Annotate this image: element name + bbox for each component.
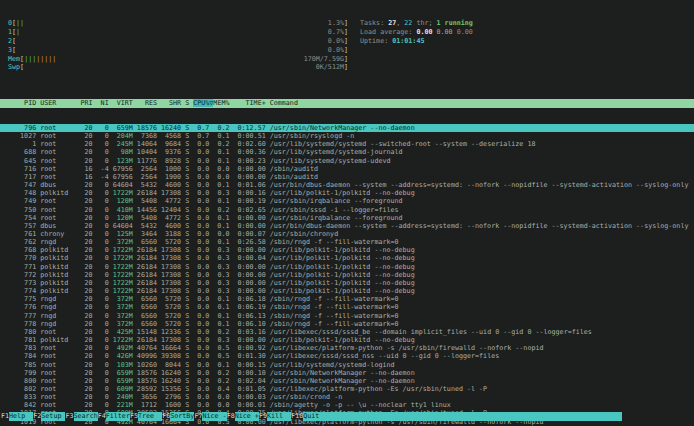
process-row-780[interactable]: 780 root 20 0 425M 15148 12336 S 0.0 0.2…	[0, 328, 694, 336]
header-meters-area: 0[||1.3%]1[|0.7%]2[0.0%]3[0.0%]Mem[|||||…	[8, 19, 694, 72]
function-label-F3[interactable]: Search	[74, 412, 98, 421]
process-row-783[interactable]: 783 root 20 0 492M 40764 16664 S 0.0 0.5…	[0, 344, 694, 352]
cpu-meter-1: 1[|0.7%]	[8, 28, 348, 37]
meter-value: 0.0%	[328, 46, 344, 55]
sort-column-cpu[interactable]: CPU%▽	[193, 99, 213, 107]
meter-label: Swp	[8, 63, 20, 72]
process-row-781[interactable]: 781 polkitd 20 0 1722M 26184 17308 S 0.0…	[0, 336, 694, 344]
htop-terminal: 0[||1.3%]1[|0.7%]2[0.0%]3[0.0%]Mem[|||||…	[0, 0, 694, 426]
process-row-762[interactable]: 762 rngd 20 0 372M 6560 5720 S 0.0 0.1 0…	[0, 238, 694, 246]
meter-value: 0.0%	[328, 37, 344, 46]
cpu-meter-3: 3[0.0%]	[8, 46, 348, 55]
meter-value: 0.7%	[328, 28, 344, 37]
process-row-717[interactable]: 717 root 16 -4 67956 2564 1900 S 0.0 0.0…	[0, 173, 694, 181]
process-row-716[interactable]: 716 root 16 -4 67956 2564 1000 S 0.0 0.0…	[0, 165, 694, 173]
process-row-785[interactable]: 785 root 20 0 103M 10260 8044 S 0.0 0.1 …	[0, 361, 694, 369]
system-stats: Tasks: 27, 22 thr; 1 runningLoad average…	[360, 19, 473, 72]
function-key-F9[interactable]: F9	[259, 412, 267, 421]
process-row-749[interactable]: 749 root 20 0 120M 5408 4772 S 0.0 0.1 0…	[0, 197, 694, 205]
function-label-F1[interactable]: Help	[9, 412, 33, 421]
function-label-F8[interactable]: Nice +	[235, 412, 259, 421]
function-key-F3[interactable]: F3	[65, 412, 73, 421]
process-row-775[interactable]: 775 rngd 20 0 372M 6560 5720 S 0.0 0.1 0…	[0, 295, 694, 303]
uptime-line: Uptime: 01:01:45	[360, 37, 473, 46]
cpu-meter-2: 2[0.0%]	[8, 37, 348, 46]
process-row-796[interactable]: 796 root 20 0 659M 18576 16240 S 0.7 0.2…	[0, 124, 694, 132]
function-bar-fill	[327, 412, 622, 421]
meter-bars: |	[16, 28, 328, 37]
function-key-F4[interactable]: F4	[98, 412, 106, 421]
function-key-F7[interactable]: F7	[194, 412, 202, 421]
function-key-F10[interactable]: F10	[291, 412, 303, 421]
process-row-774[interactable]: 774 polkitd 20 0 1722M 26184 17308 S 0.0…	[0, 287, 694, 295]
meter-value: 0K/512M	[316, 63, 344, 72]
header-cols-right[interactable]: MEM% TIME+ Command	[213, 99, 298, 107]
process-row-761[interactable]: 761 chrony 20 0 125M 3464 3188 S 0.0 0.0…	[0, 230, 694, 238]
meter-bars	[24, 63, 316, 72]
process-row-771[interactable]: 771 polkitd 20 0 1722M 26184 17308 S 0.0…	[0, 263, 694, 271]
process-row-645[interactable]: 645 root 20 0 123M 11776 8928 S 0.0 0.1 …	[0, 157, 694, 165]
meter-value: 1.3%	[328, 19, 344, 28]
function-key-F8[interactable]: F8	[227, 412, 235, 421]
cpu-meter-0: 0[||1.3%]	[8, 19, 348, 28]
process-row-747[interactable]: 747 dbus 20 0 64604 5432 4600 S 0.0 0.1 …	[0, 181, 694, 189]
function-label-F10[interactable]: Quit	[303, 412, 327, 421]
function-key-bar: F1Help F2Setup F3SearchF4FilterF5Tree F6…	[0, 412, 694, 421]
process-row-748[interactable]: 748 polkitd 20 0 1722M 26184 17308 S 0.0…	[0, 189, 694, 197]
process-row-778[interactable]: 778 rngd 20 0 372M 6560 5720 S 0.0 0.1 0…	[0, 320, 694, 328]
process-row-1[interactable]: 1 root 20 0 245M 14064 9684 S 0.0 0.2 0:…	[0, 140, 694, 148]
process-row-688[interactable]: 688 root 20 0 98M 10404 9376 S 0.0 0.1 0…	[0, 148, 694, 156]
process-table: 796 root 20 0 659M 18576 16240 S 0.7 0.2…	[8, 124, 694, 426]
process-table-header[interactable]: PID USER PRI NI VIRT RES SHR S CPU%▽MEM%…	[0, 99, 694, 107]
function-label-F4[interactable]: Filter	[106, 412, 130, 421]
process-row-842[interactable]: 842 root 20 0 221M 1712 1600 S 0.0 0.0 0…	[0, 401, 694, 409]
meter-bars: ||	[16, 19, 328, 28]
process-row-802[interactable]: 802 root 20 0 609M 28592 15356 S 0.0 0.4…	[0, 385, 694, 393]
meter-label: Mem	[8, 55, 20, 64]
process-row-770[interactable]: 770 polkitd 20 0 1722M 26184 17308 S 0.0…	[0, 254, 694, 262]
process-row-800[interactable]: 800 root 20 0 659M 18576 16240 S 0.0 0.2…	[0, 377, 694, 385]
meter-bars	[16, 46, 328, 55]
function-label-F6[interactable]: SortBy	[170, 412, 194, 421]
swap-meter: Swp[0K/512M]	[8, 63, 348, 72]
memory-meter: Mem[||||||||170M/7.59G]	[8, 55, 348, 64]
meter-value: 170M/7.59G	[304, 55, 344, 64]
process-row-757[interactable]: 757 dbus 20 0 64604 5432 4600 S 0.0 0.1 …	[0, 222, 694, 230]
process-row-784[interactable]: 784 root 20 0 426M 40996 39308 S 0.0 0.5…	[0, 352, 694, 360]
meter-bars: ||||||||	[24, 55, 304, 64]
process-row-1027[interactable]: 1027 root 20 0 204M 7368 4568 S 0.7 0.1 …	[0, 132, 694, 140]
process-row-833[interactable]: 833 root 20 0 240M 3656 2796 S 0.0 0.0 0…	[0, 393, 694, 401]
function-label-F9[interactable]: Kill	[267, 412, 291, 421]
function-key-F5[interactable]: F5	[130, 412, 138, 421]
process-row-754[interactable]: 754 root 20 0 120M 5408 4772 S 0.0 0.1 0…	[0, 214, 694, 222]
process-row-777[interactable]: 777 rngd 20 0 372M 6560 5720 S 0.0 0.1 0…	[0, 312, 694, 320]
load-average-line: Load average: 0.00 0.00 0.00	[360, 28, 473, 37]
function-label-F2[interactable]: Setup	[41, 412, 65, 421]
function-label-F7[interactable]: Nice -	[202, 412, 226, 421]
meters-column-left: 0[||1.3%]1[|0.7%]2[0.0%]3[0.0%]Mem[|||||…	[8, 19, 348, 72]
process-row-773[interactable]: 773 polkitd 20 0 1722M 26184 17308 S 0.0…	[0, 279, 694, 287]
function-label-F5[interactable]: Tree	[138, 412, 162, 421]
meter-bars	[16, 37, 328, 46]
function-key-F6[interactable]: F6	[162, 412, 170, 421]
process-row-750[interactable]: 750 root 20 0 410M 14456 12404 S 0.0 0.2…	[0, 206, 694, 214]
process-row-776[interactable]: 776 rngd 20 0 372M 6560 5720 S 0.0 0.1 0…	[0, 303, 694, 311]
function-key-F2[interactable]: F2	[33, 412, 41, 421]
process-row-768[interactable]: 768 polkitd 20 0 1722M 26184 17308 S 0.0…	[0, 246, 694, 254]
process-row-799[interactable]: 799 root 20 0 659M 18576 16240 S 0.0 0.2…	[0, 369, 694, 377]
header-cols-left[interactable]: PID USER PRI NI VIRT RES SHR S	[8, 99, 193, 107]
function-key-F1[interactable]: F1	[1, 412, 9, 421]
tasks-line: Tasks: 27, 22 thr; 1 running	[360, 19, 473, 28]
process-row-772[interactable]: 772 polkitd 20 0 1722M 26184 17308 S 0.0…	[0, 271, 694, 279]
